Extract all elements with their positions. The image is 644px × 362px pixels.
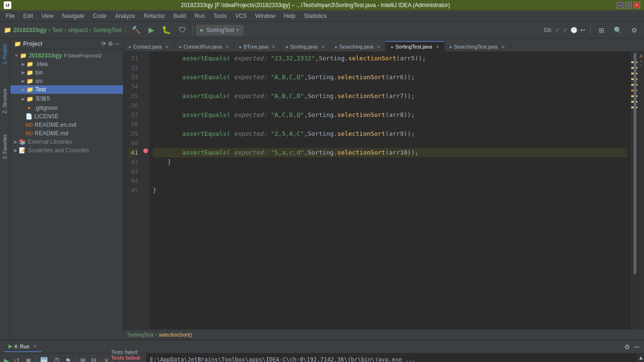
rerun-failed-button[interactable]: ↺ [12,356,22,362]
tree-root[interactable]: ▼ 📁 20182333qjy F:\IdeaProjects\2 [10,51,123,60]
tree-item-gitignore[interactable]: 🔸 .gitignore [10,104,123,112]
tab-sortingtest-close[interactable]: ✕ [436,44,439,49]
tree-item-readme-en[interactable]: MD README.en.md [10,121,123,129]
toolbar-test[interactable]: Test [52,27,63,33]
tree-item-ext-libs[interactable]: ▶ 📚 External Libraries [10,138,123,146]
menu-view[interactable]: View [38,12,58,20]
collapse-all-button[interactable]: ⊟ [89,356,99,362]
run-tab-close[interactable]: ✕ [33,344,37,349]
tab-searchingtest[interactable]: ● SearchingTest.java ✕ [445,42,510,51]
bottom-panel-collapse[interactable]: ─ [633,342,640,352]
coverage-button[interactable]: 🛡 [176,25,189,36]
tab-btree[interactable]: ● BTree.java ✕ [234,42,281,51]
settings-button[interactable]: ⚙ [628,25,640,35]
tree-item-test[interactable]: ▶ 📁 Test [10,85,123,94]
build-button[interactable]: 🔨 [129,24,144,36]
code-line-36 [153,101,627,110]
collapse-button[interactable]: ─ [115,41,119,47]
tab-searchingtest-close[interactable]: ✕ [501,44,505,49]
tab-btree-label: BTree.java [244,44,269,49]
breadcrumb-sortingtest[interactable]: SortingTest [127,332,153,337]
menu-statistics[interactable]: Statistics [300,12,330,20]
tree-item-readme-en-label: README.en.md [35,122,76,128]
search-everywhere-button[interactable]: 🔍 [611,25,625,35]
menu-tools[interactable]: Tools [210,12,231,20]
breadcrumb-selectionsort[interactable]: selectionSort() [159,332,192,337]
debug-button[interactable]: 🐛 [159,24,174,36]
tree-item-license[interactable]: 📄 LICENSE [10,112,123,121]
toolbar-sortingtest[interactable]: SortingTest [93,27,122,33]
code-editor[interactable]: 31 32 33 34 35 36 37 38 39 40 41 42 43 4… [124,52,644,329]
tests-failed-icon: ✕ [104,357,109,362]
bottom-tab-bar: ▶ 4: Run ✕ ⚙ ─ [0,340,644,354]
layout-button[interactable]: ⊞ [596,25,607,35]
tree-item-exp5[interactable]: ▶ 📁 实验5 [10,94,123,104]
menu-analyze[interactable]: Analyze [111,12,139,20]
filter-button[interactable]: ⚑ [63,356,73,362]
tab-run[interactable]: ▶ 4: Run ✕ [4,341,41,352]
git-revert-icon[interactable]: ↩ [580,27,585,33]
tab-searching-close[interactable]: ✕ [377,44,380,49]
close-button[interactable]: ✕ [634,2,640,8]
scroll-thumb[interactable] [634,53,636,274]
tree-item-scratches[interactable]: ▶ 📝 Scratches and Consoles [10,146,123,155]
sort-alpha-button[interactable]: 🔤 [38,356,50,362]
menu-refactor[interactable]: Refactor [140,12,169,20]
tab-searching-label: Searching.java [339,44,374,49]
menu-edit[interactable]: Edit [19,12,37,20]
editor-scrollbar[interactable] [631,52,637,329]
scroll-up-button[interactable]: ▲ [638,354,644,361]
sync-button[interactable]: ⟳ [101,41,106,47]
tree-item-readme[interactable]: MD README.md [10,129,123,138]
tab-sorting[interactable]: ● Sorting.java ✕ [281,42,330,51]
sort-duration-button[interactable]: ⏱ [51,356,62,362]
tab-sorting-close[interactable]: ✕ [321,44,325,49]
tree-item-idea[interactable]: ▶ 📁 .idea [10,60,123,68]
project-panel-header: 📁 Project ⟳ ⚙ ─ [10,39,123,49]
vtab-favorites[interactable]: 2: Favorites [2,134,8,159]
editor-area: ● Contact.java ✕ ● ContactRun.java ✕ ● B… [124,39,644,339]
code-line-44 [153,176,627,186]
menu-window[interactable]: Window [251,12,279,20]
tab-sortingtest[interactable]: ● SortingTest.java ✕ [386,41,444,51]
tree-item-test-label: Test [35,86,46,93]
menu-code[interactable]: Code [89,12,110,20]
bin-folder-icon: 📁 [26,69,33,76]
toolbar-sep2 [192,25,193,35]
tab-contact-close[interactable]: ✕ [165,44,169,49]
tab-contactrun[interactable]: ● ContactRun.java ✕ [174,42,234,51]
menu-help[interactable]: Help [280,12,299,20]
code-line-33: assertEquals( expected: "A,B,C,D",Sortin… [153,73,627,82]
menu-navigate[interactable]: Navigate [58,12,88,20]
bottom-panel-settings[interactable]: ⚙ [623,342,631,352]
tab-contactrun-close[interactable]: ✕ [225,44,229,49]
menu-run[interactable]: Run [191,12,209,20]
code-content[interactable]: assertEquals( expected: "23,32,2332",Sor… [149,52,631,329]
menu-file[interactable]: File [2,12,18,20]
tab-searching[interactable]: ● Searching.java ✕ [330,42,386,51]
rerun-button[interactable]: ▶ [2,356,11,362]
gear-icon[interactable]: ⚙ [108,41,113,47]
vtab-project[interactable]: 1: Project [1,41,9,68]
run-config-selector[interactable]: ▶ SortingTest ▾ [196,25,243,35]
tab-contact[interactable]: ● Contact.java ✕ [124,42,174,51]
tree-item-src[interactable]: ▶ 📁 src [10,77,123,85]
idea-folder-icon: 📁 [26,61,33,67]
tree-item-bin[interactable]: ▶ 📁 bin [10,68,123,77]
vtab-structure[interactable]: Z- Structure [2,89,8,114]
stop-button[interactable]: ⏹ [23,356,33,362]
menu-vcs[interactable]: VCS [231,12,251,20]
breakpoint-icon[interactable] [143,148,148,153]
menu-build[interactable]: Build [170,12,190,20]
run-button[interactable]: ▶ [146,24,157,36]
maximize-button[interactable]: □ [625,2,632,8]
minimize-button[interactable]: ─ [617,2,623,8]
expand-all-button[interactable]: ⊞ [78,356,88,362]
arrow-right-icon: ▶ [22,62,25,66]
tab-contactrun-icon: ● [179,44,182,49]
toolbar-shiyan3[interactable]: shiyan3 [68,27,88,33]
tab-btree-close[interactable]: ✕ [272,44,275,49]
git-history-icon[interactable]: 🕐 [570,27,578,33]
tree-item-ext-libs-label: External Libraries [28,139,72,145]
toolbar-breadcrumb-sep3: › [90,27,91,33]
